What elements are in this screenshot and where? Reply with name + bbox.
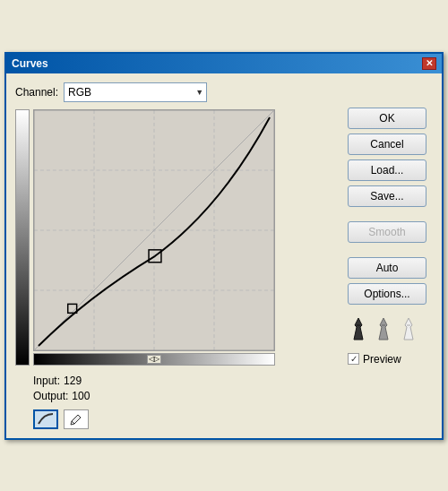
close-button[interactable]: ✕ (422, 57, 436, 70)
input-row: Input: 129 (33, 375, 340, 387)
input-value: 129 (64, 375, 82, 387)
channel-select[interactable]: RGB Red Green Blue (64, 82, 207, 102)
svg-marker-17 (404, 318, 413, 340)
preview-label: Preview (363, 353, 401, 366)
curve-tool-icon (37, 412, 55, 426)
pencil-tool-button[interactable] (64, 409, 89, 429)
tool-row (15, 409, 340, 429)
channel-select-wrapper[interactable]: RGB Red Green Blue (64, 82, 207, 102)
output-label: Output: (33, 390, 68, 402)
channel-label: Channel: (15, 86, 58, 99)
white-eyedropper-button[interactable] (398, 316, 419, 341)
bottom-gradient: ◁▷ (33, 353, 275, 366)
gray-eyedropper-icon (374, 316, 393, 341)
curve-canvas-wrapper: ◁▷ (33, 109, 340, 366)
scroll-indicator[interactable]: ◁▷ (147, 355, 161, 364)
gray-eyedropper-button[interactable] (373, 316, 394, 341)
save-button[interactable]: Save... (348, 185, 426, 207)
cancel-button[interactable]: Cancel (348, 134, 426, 155)
black-eyedropper-icon (349, 316, 368, 341)
svg-marker-15 (379, 318, 388, 340)
input-label: Input: (33, 375, 60, 387)
preview-checkbox[interactable]: ✓ (348, 353, 359, 365)
output-row: Output: 100 (33, 390, 340, 402)
gradient-bar (15, 109, 30, 366)
curve-tool-button[interactable] (33, 409, 58, 429)
white-eyedropper-icon (399, 316, 418, 341)
preview-row: ✓ Preview (348, 353, 433, 366)
load-button[interactable]: Load... (348, 159, 426, 181)
curves-dialog: Curves ✕ Channel: RGB Red Green Blue (4, 52, 444, 440)
channel-row: Channel: RGB Red Green Blue (15, 82, 340, 102)
eyedropper-row (348, 316, 433, 341)
svg-marker-13 (354, 318, 363, 340)
auto-button[interactable]: Auto (348, 257, 426, 279)
dialog-body: Channel: RGB Red Green Blue (6, 73, 442, 438)
curve-svg (34, 110, 274, 350)
left-panel: Channel: RGB Red Green Blue (15, 82, 340, 429)
dialog-title: Curves (12, 57, 48, 70)
right-panel: OK Cancel Load... Save... Smooth Auto Op… (348, 82, 433, 429)
output-value: 100 (72, 390, 90, 402)
input-output: Input: 129 Output: 100 (15, 375, 340, 402)
curve-area: ◁▷ (15, 109, 340, 366)
smooth-button[interactable]: Smooth (348, 221, 426, 243)
pencil-tool-icon (69, 412, 83, 426)
title-bar: Curves ✕ (6, 54, 442, 73)
ok-button[interactable]: OK (348, 108, 426, 129)
black-eyedropper-button[interactable] (348, 316, 369, 341)
options-button[interactable]: Options... (348, 283, 426, 305)
curve-canvas[interactable] (33, 109, 275, 351)
